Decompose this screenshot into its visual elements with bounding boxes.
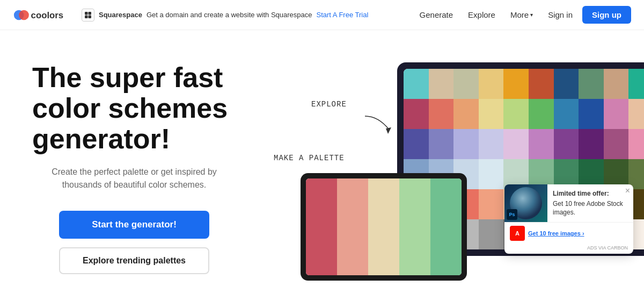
palette-cell (503, 129, 529, 159)
header-left: coolors Squarespace Get a domain and cre… (13, 8, 368, 23)
palette-cell (628, 99, 644, 129)
adobe-ad-text: Limited time offer: Get 10 free Adobe St… (547, 185, 633, 221)
svg-point-1 (19, 10, 29, 20)
palette-cell (529, 69, 554, 99)
logo[interactable]: coolors (13, 8, 73, 23)
adobe-ad-image: Ps (504, 184, 547, 222)
palette-cell (429, 99, 454, 129)
explore-nav[interactable]: Explore (463, 7, 501, 23)
start-generator-button[interactable]: Start the generator! (59, 211, 209, 239)
palette-cell (604, 69, 629, 99)
annotation-make: MAKE A PALETTE (274, 154, 345, 162)
palette-cell (404, 69, 429, 99)
arrow-explore-icon (362, 113, 394, 135)
adobe-logo: A (510, 226, 525, 241)
palette-cell (429, 69, 454, 99)
palette-cell (503, 69, 529, 99)
palette-cell (479, 189, 504, 219)
annotation-explore: EXPLORE (311, 100, 347, 109)
adobe-logo-row: A Get 10 free images › (510, 226, 584, 241)
adobe-ad-header: Ps Limited time offer: Get 10 free Adobe… (504, 184, 633, 222)
palette-cell (453, 99, 479, 129)
adobe-ad-footer: A Get 10 free images › (504, 222, 633, 244)
explore-palettes-button[interactable]: Explore trending palettes (59, 247, 209, 274)
svg-rect-5 (85, 15, 88, 18)
header-right: Generate Explore More ▾ Sign in Sign up (414, 6, 631, 24)
palette-cell (529, 129, 554, 159)
tablet-front (301, 173, 467, 281)
hero-subtitle: Create the perfect palette or get inspir… (48, 166, 220, 191)
palette-cell (579, 69, 604, 99)
palette-cell (628, 69, 644, 99)
signin-button[interactable]: Sign in (543, 7, 578, 23)
squarespace-icon (82, 9, 94, 22)
palette-cell (554, 99, 579, 129)
squarespace-brand: Squarespace (99, 11, 142, 19)
adobe-close-icon[interactable]: × (625, 187, 630, 195)
palette-strip (306, 178, 337, 275)
palette-strips (306, 178, 462, 275)
palette-strip (337, 178, 368, 275)
palette-cell (529, 99, 554, 129)
palette-strip (368, 178, 399, 275)
more-nav[interactable]: More ▾ (505, 7, 538, 23)
svg-rect-6 (89, 15, 92, 18)
adobe-cta-link[interactable]: Get 10 free images › (528, 230, 584, 237)
palette-cell (404, 99, 429, 129)
adobe-ps-badge: Ps (507, 209, 517, 220)
signup-button[interactable]: Sign up (582, 6, 631, 24)
header: coolors Squarespace Get a domain and cre… (0, 0, 644, 30)
svg-rect-3 (85, 12, 88, 15)
palette-cell (453, 69, 479, 99)
svg-rect-4 (89, 12, 92, 15)
palette-cell (554, 69, 579, 99)
squarespace-ad: Squarespace Get a domain and create a we… (82, 9, 368, 22)
squarespace-cta[interactable]: Start A Free Trial (317, 11, 369, 19)
palette-cell (604, 99, 629, 129)
chevron-down-icon: ▾ (530, 12, 533, 18)
adobe-ad: Ps Limited time offer: Get 10 free Adobe… (504, 184, 633, 254)
palette-cell (404, 129, 429, 159)
palette-strip (430, 178, 462, 275)
palette-cell (429, 129, 454, 159)
main-content: The super fast color schemes generator! … (0, 30, 644, 286)
palette-strip (399, 178, 430, 275)
hero-title: The super fast color schemes generator! (32, 62, 236, 155)
svg-text:coolors: coolors (31, 10, 64, 20)
palette-cell (479, 219, 504, 249)
palette-cell (604, 129, 629, 159)
palette-cell (479, 69, 504, 99)
palette-cell (628, 129, 644, 159)
generate-nav[interactable]: Generate (414, 7, 459, 23)
palette-cell (479, 99, 504, 129)
ads-label: ADS VIA CARBON (504, 244, 633, 254)
palette-cell (479, 129, 504, 159)
palette-cell (579, 99, 604, 129)
hero-left: The super fast color schemes generator! … (0, 30, 258, 286)
palette-cell (554, 129, 579, 159)
palette-cell (503, 99, 529, 129)
palette-cell (479, 159, 504, 189)
palette-cell (453, 129, 479, 159)
palette-cell (579, 129, 604, 159)
hero-right: EXPLORE MAKE A PALETTE (258, 30, 644, 286)
svg-marker-7 (386, 127, 391, 134)
squarespace-text: Get a domain and create a website with S… (147, 11, 312, 19)
